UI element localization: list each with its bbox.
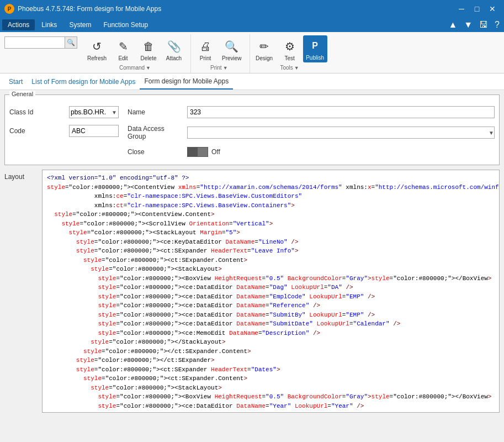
tools-group-label: Tools ▼ bbox=[280, 65, 299, 72]
name-input[interactable] bbox=[187, 106, 495, 118]
layout-editor[interactable]: <?xml version="1.0" encoding="utf-8" ?>s… bbox=[42, 170, 500, 413]
menu-function-setup[interactable]: Function Setup bbox=[98, 19, 153, 30]
delete-button[interactable]: 🗑 Delete bbox=[136, 35, 161, 64]
general-section: General Class Id pbs.BO.HR. ▼ Code bbox=[4, 94, 500, 165]
code-input[interactable] bbox=[69, 125, 119, 137]
refresh-icon: ↺ bbox=[88, 38, 106, 55]
app-icon: P bbox=[4, 4, 14, 14]
attach-icon: 📎 bbox=[165, 38, 183, 55]
print-group-label: Print ▼ bbox=[210, 65, 227, 72]
close-button[interactable]: ✕ bbox=[485, 3, 500, 14]
class-id-dropdown-arrow: ▼ bbox=[112, 109, 117, 115]
search-input[interactable] bbox=[4, 36, 65, 49]
xml-line: style="color:#800000;"><ce:KeyDataEditor… bbox=[47, 238, 495, 247]
name-row: Name bbox=[128, 106, 495, 118]
title-bar: P Phoebus 4.7.5.748: Form design for Mob… bbox=[0, 0, 504, 18]
xml-line: style="color:#800000;"><ce:DataEditor Da… bbox=[47, 411, 495, 413]
xml-line: style="color:#800000;"><ct:SExpander Hea… bbox=[47, 246, 495, 256]
xml-line: <?xml version="1.0" encoding="utf-8" ?> bbox=[47, 173, 495, 183]
data-access-group-select[interactable]: ▼ bbox=[187, 127, 495, 139]
xml-line: style="color:#800000;"><StackLayout> bbox=[47, 265, 495, 274]
main-content: General Class Id pbs.BO.HR. ▼ Code bbox=[0, 90, 504, 442]
xml-line: style="color:#800000;"><StackLayout Marg… bbox=[47, 228, 495, 238]
menu-system[interactable]: System bbox=[63, 19, 97, 30]
edit-icon: ✎ bbox=[114, 38, 132, 55]
xml-line: style="color:#800000;"><ce:DataEditor Da… bbox=[47, 283, 495, 292]
publish-icon: P bbox=[306, 37, 324, 55]
close-toggle-container: Off bbox=[187, 147, 220, 157]
test-button[interactable]: ⚙ Test bbox=[278, 35, 302, 64]
xml-line: style="color:#800000;"><ScrollView Orien… bbox=[47, 219, 495, 229]
refresh-button[interactable]: ↺ Refresh bbox=[84, 35, 110, 64]
menu-bar: Actions Links System Function Setup ▲ ▼ … bbox=[0, 18, 504, 32]
data-access-dropdown-arrow: ▼ bbox=[489, 130, 494, 136]
data-access-group-row: Data Access Group ▼ bbox=[128, 125, 495, 140]
xml-line: style="color:#800000;"><StackLayout> bbox=[47, 383, 495, 393]
ribbon-group-tools: ✏ Design ⚙ Test P Publish Tools ▼ bbox=[250, 34, 332, 73]
close-label: Close bbox=[128, 148, 183, 156]
layout-label: Layout bbox=[4, 170, 38, 181]
xml-line: xmlns:ct="clr-namespace:SPC.Views.BaseVi… bbox=[47, 201, 495, 211]
xml-line: style="color:#800000;"><BoxView HeightRe… bbox=[47, 392, 495, 402]
general-legend: General bbox=[9, 91, 35, 97]
toggle-off-label: Off bbox=[211, 148, 220, 156]
minimize-button[interactable]: ─ bbox=[454, 3, 469, 14]
test-icon: ⚙ bbox=[281, 38, 299, 55]
design-button[interactable]: ✏ Design bbox=[252, 35, 277, 64]
layout-section: Layout <?xml version="1.0" encoding="utf… bbox=[4, 170, 500, 413]
xml-line: style="color:#800000;"><ce:MemoEdit Data… bbox=[47, 329, 495, 338]
xml-line: xmlns:ce="clr-namespace:SPC.Views.BaseVi… bbox=[47, 192, 495, 201]
xml-line: style="color:#800000;"><ContentView xmln… bbox=[47, 183, 495, 192]
ribbon-group-command: ↺ Refresh ✎ Edit 🗑 Delete 📎 Attach Comma… bbox=[82, 34, 191, 73]
breadcrumb-form[interactable]: Form design for Mobile Apps bbox=[140, 74, 233, 90]
preview-icon: 🔍 bbox=[223, 38, 241, 55]
xml-line: style="color:#800000;"><ct:SExpander.Con… bbox=[47, 256, 495, 265]
preview-button[interactable]: 🔍 Preview bbox=[219, 35, 245, 64]
xml-line: style="color:#800000;"><ce:DataEditor Da… bbox=[47, 319, 495, 329]
breadcrumb-list[interactable]: List of Form design for Mobile Apps bbox=[27, 75, 140, 89]
breadcrumb: Start List of Form design for Mobile App… bbox=[0, 73, 504, 90]
xml-line: style="color:#800000;"></StackLayout> bbox=[47, 338, 495, 347]
code-row: Code bbox=[9, 125, 119, 137]
close-toggle[interactable] bbox=[187, 147, 208, 157]
menu-actions[interactable]: Actions bbox=[2, 19, 35, 30]
breadcrumb-start[interactable]: Start bbox=[4, 75, 27, 89]
xml-line: style="color:#800000;"><ce:DataEditor Da… bbox=[47, 311, 495, 320]
class-id-select[interactable]: pbs.BO.HR. ▼ bbox=[69, 106, 119, 118]
app-title: Phoebus 4.7.5.748: Form design for Mobil… bbox=[18, 5, 161, 13]
maximize-button[interactable]: □ bbox=[470, 3, 484, 14]
command-group-label: Command ▼ bbox=[119, 65, 151, 72]
xml-line: style="color:#800000;"><ce:DataEditor Da… bbox=[47, 402, 495, 411]
code-label: Code bbox=[9, 127, 65, 135]
print-button[interactable]: 🖨 Print bbox=[193, 35, 217, 64]
save-icon[interactable]: 🖫 bbox=[477, 19, 490, 31]
data-access-group-label: Data Access Group bbox=[128, 125, 183, 140]
help-icon[interactable]: ? bbox=[492, 19, 502, 31]
xml-line: style="color:#800000;"><ContentView.Cont… bbox=[47, 210, 495, 219]
search-button[interactable]: 🔍 bbox=[65, 36, 77, 49]
xml-line: style="color:#800000;"></ct:SExpander> bbox=[47, 356, 495, 365]
design-icon: ✏ bbox=[256, 38, 273, 55]
search-area: 🔍 bbox=[4, 34, 77, 51]
xml-line: style="color:#800000;"><ce:DataEditor Da… bbox=[47, 292, 495, 302]
xml-line: style="color:#800000;"></ct:SExpander.Co… bbox=[47, 347, 495, 356]
class-id-row: Class Id pbs.BO.HR. ▼ bbox=[9, 106, 119, 118]
class-id-label: Class Id bbox=[9, 108, 65, 116]
name-label: Name bbox=[128, 108, 183, 116]
publish-button[interactable]: P Publish bbox=[303, 35, 327, 62]
collapse-down-icon[interactable]: ▼ bbox=[461, 19, 475, 31]
toggle-knob bbox=[188, 148, 198, 156]
edit-button[interactable]: ✎ Edit bbox=[111, 35, 135, 64]
attach-button[interactable]: 📎 Attach bbox=[162, 35, 186, 64]
xml-line: style="color:#800000;"><ct:SExpander Hea… bbox=[47, 365, 495, 375]
xml-line: style="color:#800000;"><ce:DataEditor Da… bbox=[47, 301, 495, 311]
ribbon: 🔍 ↺ Refresh ✎ Edit 🗑 Delete 📎 Attach Com… bbox=[0, 32, 504, 73]
menu-links[interactable]: Links bbox=[36, 19, 62, 30]
delete-icon: 🗑 bbox=[140, 38, 157, 55]
ribbon-group-print: 🖨 Print 🔍 Preview Print ▼ bbox=[191, 34, 250, 73]
print-icon: 🖨 bbox=[197, 38, 214, 55]
collapse-up-icon[interactable]: ▲ bbox=[446, 19, 459, 31]
close-row: Close Off bbox=[128, 147, 495, 157]
xml-line: style="color:#800000;"><ct:SExpander.Con… bbox=[47, 374, 495, 383]
xml-line: style="color:#800000;"><BoxView HeightRe… bbox=[47, 274, 495, 283]
